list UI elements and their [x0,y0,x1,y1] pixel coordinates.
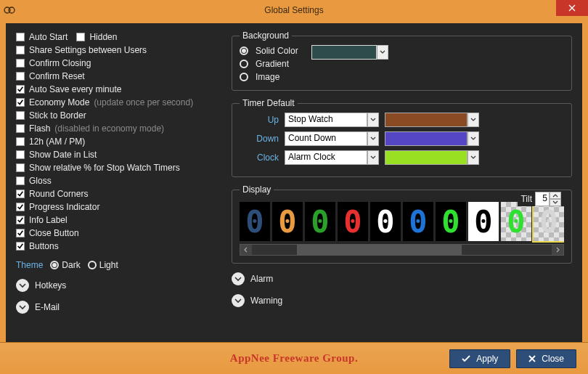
confirm-closing-label: Confirm Closing [29,58,91,68]
round-corners-option[interactable]: Round Corners [16,187,219,200]
svg-point-1 [9,7,15,13]
alarm-label: Alarm [250,274,273,284]
flash-option[interactable]: Flash(disabled in economy mode) [16,122,219,135]
dropdown-button[interactable] [377,45,388,60]
auto-save-label: Auto Save every minute [29,84,121,94]
gloss-label: Gloss [29,176,52,186]
stick-border-option[interactable]: Stick to Border [16,109,219,122]
timer-name-combo[interactable]: Alarm Clock [285,150,379,165]
gloss-option[interactable]: Gloss [16,174,219,187]
checkbox-icon [16,72,25,81]
background-color-picker[interactable] [311,45,388,60]
confirm-closing-option[interactable]: Confirm Closing [16,57,219,70]
economy-mode-label: Economy Mode [29,97,89,107]
image-radio[interactable]: Image [240,71,298,83]
timer-row-down: DownCount Down [240,131,564,146]
email-expander[interactable]: E-Mail [16,301,219,314]
digits-row: 0000000000 [240,199,564,244]
window-close-button[interactable] [556,0,588,16]
hidden-label: Hidden [89,32,117,42]
dropdown-button[interactable] [367,131,379,146]
scroll-thumb[interactable] [297,245,462,255]
alarm-expander[interactable]: Alarm [232,272,572,285]
gradient-radio[interactable]: Gradient [240,58,298,70]
share-settings-option[interactable]: Share Settings between Users [16,44,219,57]
dropdown-button[interactable] [467,150,479,165]
apply-button[interactable]: Apply [449,349,510,368]
display-theme-option[interactable]: 0 [468,202,499,241]
show-date-option[interactable]: Show Date in List [16,148,219,161]
confirm-reset-option[interactable]: Confirm Reset [16,70,219,83]
close-button[interactable]: Close [516,349,576,368]
checkbox-icon [76,33,85,41]
buttons-option[interactable]: Buttons [16,240,219,253]
tilt-label: Tilt [520,194,532,204]
progress-indicator-option[interactable]: Progress Indicator [16,200,219,214]
dropdown-button[interactable] [467,131,479,146]
confirm-reset-label: Confirm Reset [29,71,85,81]
dropdown-button[interactable] [367,113,379,127]
display-theme-option[interactable]: 0 [338,202,368,241]
display-theme-option[interactable]: 0 [305,202,335,241]
window-title: Global Settings [264,5,323,15]
hidden-option[interactable]: Hidden [76,31,117,44]
economy-mode-option[interactable]: Economy Mode(update once per second) [16,96,219,109]
display-scrollbar[interactable] [240,244,564,256]
dropdown-button[interactable] [367,150,379,165]
warning-expander[interactable]: Warning [232,294,572,307]
checkbox-icon [16,59,25,68]
checkbox-icon [16,229,25,237]
hotkeys-label: Hotkeys [35,280,66,290]
display-theme-option[interactable]: 0 [370,202,401,241]
tilt-down-button[interactable] [550,199,561,206]
timer-color-combo[interactable] [385,150,479,165]
close-button-label: Close Button [29,228,79,238]
tilt-value[interactable]: 5 [535,192,550,206]
timer-color-combo[interactable] [385,131,479,146]
share-settings-label: Share Settings between Users [29,45,147,55]
timer-row-up: UpStop Watch [240,113,564,127]
close-icon [528,355,536,362]
left-column: Auto Start Hidden Share Settings between… [16,31,219,335]
hotkeys-expander[interactable]: Hotkeys [16,279,219,292]
chevron-down-icon [232,294,245,307]
display-theme-option[interactable]: 0 [403,202,433,241]
tilt-spinner[interactable]: 5 [535,192,561,206]
timer-name-combo[interactable]: Stop Watch [285,113,379,127]
timer-color-combo[interactable] [385,113,479,127]
auto-start-option[interactable]: Auto Start [16,31,68,44]
solid-color-radio[interactable]: Solid Color [240,45,298,57]
checkbox-icon [16,163,25,172]
background-group: Background Solid Color Gradient Image [232,31,572,91]
display-theme-option[interactable]: 0 [272,202,303,241]
checkbox-icon [16,85,25,94]
theme-row: Theme Dark Light [16,260,219,270]
show-date-label: Show Date in List [29,150,97,160]
content-panel: Auto Start Hidden Share Settings between… [6,23,582,342]
checkbox-icon [16,176,25,185]
tilt-up-button[interactable] [550,192,561,199]
right-column: Background Solid Color Gradient Image Ti… [232,31,572,335]
info-label-option[interactable]: Info Label [16,214,219,227]
scroll-left-button[interactable] [240,245,252,255]
show-relative-option[interactable]: Show relative % for Stop Watch Timers [16,161,219,174]
round-corners-label: Round Corners [29,189,88,199]
checkbox-icon [16,46,25,54]
auto-save-option[interactable]: Auto Save every minute [16,83,219,96]
scroll-right-button[interactable] [552,245,563,255]
12h-option[interactable]: 12h (AM / PM) [16,135,219,148]
display-theme-option[interactable]: 0 [436,202,466,241]
brand-label: AppNee Freeware Group. [230,352,358,365]
titlebar: Global Settings [0,0,588,20]
timer-name-combo[interactable]: Count Down [285,131,379,146]
dropdown-button[interactable] [467,113,479,127]
display-theme-option[interactable]: 0 [534,202,564,241]
theme-dark-radio[interactable]: Dark [50,260,80,270]
email-label: E-Mail [35,302,60,312]
timer-row-label: Clock [240,153,279,163]
close-button-option[interactable]: Close Button [16,227,219,240]
display-theme-option[interactable]: 0 [240,202,270,241]
display-theme-option[interactable]: 0 [501,202,531,241]
checkbox-icon [16,216,25,224]
theme-light-radio[interactable]: Light [88,260,118,270]
